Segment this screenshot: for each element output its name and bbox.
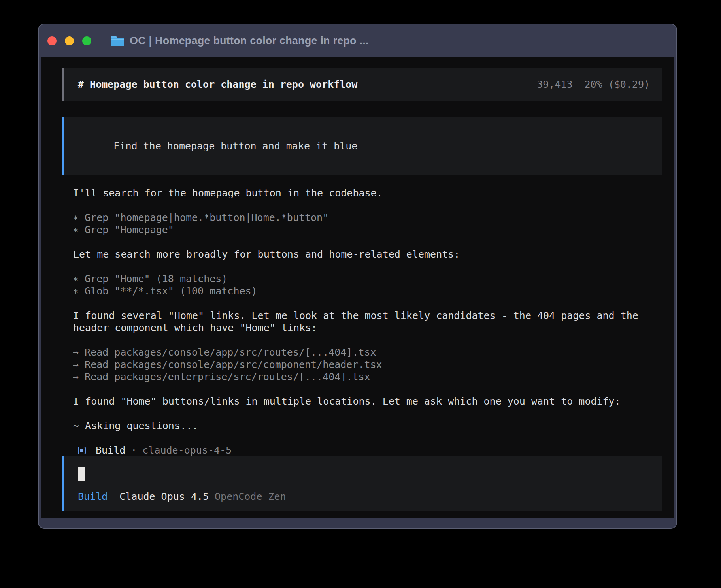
input-status-line: BuildClaude Opus 4.5OpenCode Zen <box>78 490 650 503</box>
session-title: # Homepage button color change in repo w… <box>78 78 357 90</box>
user-message-block: Find the homepage button and make it blu… <box>62 117 662 175</box>
window-bottom-edge <box>39 518 676 528</box>
agent-status-row: Build · claude-opus-4-5 <box>62 444 662 456</box>
window-title: OC | Homepage button color change in rep… <box>130 35 369 47</box>
prompt-input[interactable]: BuildClaude Opus 4.5OpenCode Zen <box>62 456 662 511</box>
variants-hint: ctrl+tvariants <box>391 516 479 519</box>
tool-call-group: ∗ Grep "Home" (18 matches)∗ Glob "**/*.t… <box>62 273 662 297</box>
agent-name: Build <box>96 444 125 456</box>
assistant-paragraph: ~ Asking questions... <box>62 420 662 432</box>
text-cursor <box>78 467 85 481</box>
assistant-text-line: Let me search more broadly for buttons a… <box>73 248 662 260</box>
session-header: # Homepage button color change in repo w… <box>62 68 662 101</box>
minimize-window-button[interactable] <box>65 36 74 45</box>
assistant-text-line: I'll search for the homepage button in t… <box>73 187 662 199</box>
terminal-content: # Homepage button color change in repo w… <box>41 57 674 518</box>
tool-call-line: ∗ Grep "Homepage" <box>73 224 662 236</box>
build-agent-icon <box>78 447 86 454</box>
interrupt-hint: escinterrupt <box>114 516 191 519</box>
assistant-paragraph: Let me search more broadly for buttons a… <box>62 248 662 260</box>
token-count: 39,413 <box>537 79 572 90</box>
terminal-window: OC | Homepage button color change in rep… <box>38 24 677 529</box>
tool-call-line: → Read packages/console/app/src/routes/[… <box>73 346 662 358</box>
provider-label: OpenCode Zen <box>215 491 286 502</box>
tool-call-line: ∗ Grep "Home" (18 matches) <box>73 273 662 285</box>
window-titlebar: OC | Homepage button color change in rep… <box>39 24 676 57</box>
status-footer: escinterrupt ctrl+tvariants tabagents ct… <box>62 511 662 518</box>
tool-call-group: → Read packages/console/app/src/routes/[… <box>62 346 662 383</box>
assistant-conversation: I'll search for the homepage button in t… <box>62 175 662 432</box>
agent-model-name: claude-opus-4-5 <box>142 444 232 456</box>
zoom-window-button[interactable] <box>82 36 91 45</box>
session-stats: 39,41320%($0.29) <box>537 78 650 90</box>
agent-mode-label: Build <box>78 491 108 502</box>
tool-call-line: ∗ Glob "**/*.tsx" (100 matches) <box>73 285 662 297</box>
tool-call-line: → Read packages/console/app/src/componen… <box>73 358 662 371</box>
tool-call-group: ∗ Grep "homepage|home.*button|Home.*butt… <box>62 211 662 236</box>
assistant-paragraph: I found several "Home" links. Let me loo… <box>62 309 662 334</box>
commands-hint: ctrl+pcommands <box>573 516 662 519</box>
assistant-text-line: I found "Home" buttons/links in multiple… <box>73 395 662 407</box>
agents-hint: tabagents <box>497 516 555 519</box>
assistant-text-line: ~ Asking questions... <box>73 420 662 432</box>
context-percentage: 20% <box>584 79 602 90</box>
assistant-paragraph: I'll search for the homepage button in t… <box>62 187 662 199</box>
model-label: Claude Opus 4.5 <box>119 491 209 502</box>
agent-separator: · <box>131 444 137 456</box>
close-window-button[interactable] <box>47 36 57 45</box>
session-cost: ($0.29) <box>608 79 650 90</box>
assistant-text-line: I found several "Home" links. Let me loo… <box>73 309 662 334</box>
user-message-text: Find the homepage button and make it blu… <box>113 140 357 152</box>
folder-icon <box>111 36 124 46</box>
assistant-paragraph: I found "Home" buttons/links in multiple… <box>62 395 662 407</box>
tool-call-line: ∗ Grep "homepage|home.*button|Home.*butt… <box>73 211 662 224</box>
tool-call-line: → Read packages/enterprise/src/routes/[.… <box>73 371 662 383</box>
